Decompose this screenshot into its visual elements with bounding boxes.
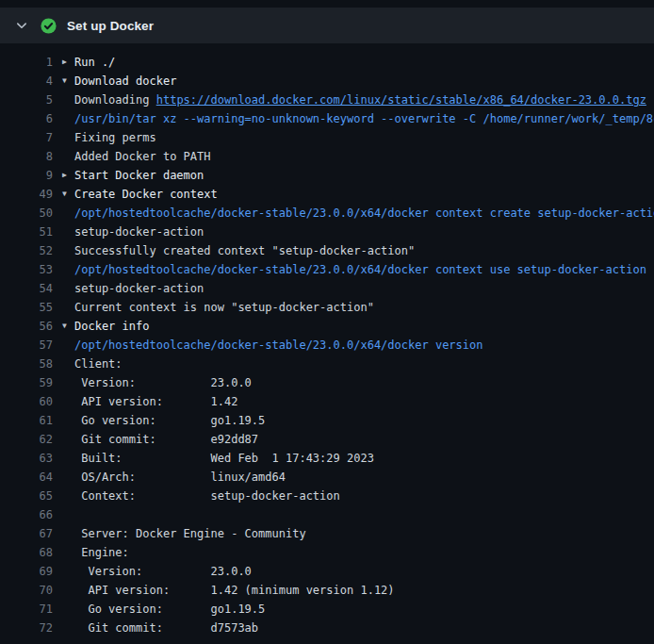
gutter-gap	[53, 260, 62, 279]
gutter-gap	[53, 562, 62, 581]
gutter-gap	[53, 430, 62, 449]
line-number[interactable]: 56	[0, 317, 53, 336]
log-text: setup-docker-action	[74, 223, 204, 241]
triangle-down-icon[interactable]: ▼	[62, 72, 74, 91]
line-number[interactable]: 1	[0, 53, 53, 72]
gutter-gap	[53, 581, 62, 600]
log-row: 65 Context: setup-docker-action	[0, 487, 654, 505]
log-text: Context: setup-docker-action	[74, 487, 340, 505]
gutter-gap	[53, 279, 62, 298]
log-group-row[interactable]: 4▼Download docker	[0, 72, 654, 91]
log-text: Create Docker context	[74, 185, 218, 204]
log-text: setup-docker-action	[74, 279, 204, 298]
marker-slot-empty	[62, 562, 74, 581]
line-number[interactable]: 64	[0, 468, 53, 487]
actions-log-panel: Set up Docker 1▶Run ./4▼Download docker5…	[0, 0, 654, 644]
gutter-gap	[53, 505, 62, 524]
log-row: 54setup-docker-action	[0, 279, 654, 298]
triangle-down-icon[interactable]: ▼	[62, 185, 74, 204]
gutter-gap	[53, 241, 62, 260]
line-number[interactable]: 9	[0, 166, 53, 185]
log-group-row[interactable]: 1▶Run ./	[0, 53, 654, 72]
triangle-right-icon[interactable]: ▶	[62, 53, 74, 72]
line-number[interactable]: 55	[0, 298, 53, 317]
gutter-gap	[53, 524, 62, 543]
line-number[interactable]: 49	[0, 185, 53, 204]
gutter-gap	[53, 411, 62, 430]
line-number[interactable]: 68	[0, 543, 53, 562]
log-row: 67 Server: Docker Engine - Community	[0, 524, 654, 543]
log-row: 52Successfully created context "setup-do…	[0, 241, 654, 260]
line-number[interactable]: 50	[0, 204, 53, 223]
log-text: Git commit: d7573ab	[74, 619, 258, 637]
line-number[interactable]: 53	[0, 260, 53, 279]
log-text: Start Docker daemon	[74, 166, 204, 185]
marker-slot-empty	[62, 298, 74, 317]
line-number[interactable]: 67	[0, 524, 53, 543]
marker-slot-empty	[62, 373, 74, 392]
line-number[interactable]: 8	[0, 147, 53, 166]
log-group-row[interactable]: 9▶Start Docker daemon	[0, 166, 654, 185]
chevron-down-icon[interactable]	[15, 19, 28, 32]
marker-slot-empty	[62, 543, 74, 562]
log-text: Server: Docker Engine - Community	[74, 524, 306, 543]
log-text: Engine:	[74, 543, 129, 562]
line-number[interactable]: 51	[0, 223, 53, 241]
log-row: 66	[0, 505, 654, 524]
marker-slot-empty	[62, 260, 74, 279]
gutter-gap	[53, 449, 62, 468]
gutter-gap	[53, 109, 62, 128]
line-number[interactable]: 54	[0, 279, 53, 298]
log-group-row[interactable]: 49▼Create Docker context	[0, 185, 654, 204]
marker-slot-empty	[62, 355, 74, 373]
gutter-gap	[53, 166, 62, 185]
log-command-text: /opt/hostedtoolcache/docker-stable/23.0.…	[74, 260, 646, 279]
line-number[interactable]: 4	[0, 72, 53, 91]
line-number[interactable]: 63	[0, 449, 53, 468]
step-header[interactable]: Set up Docker	[0, 8, 654, 43]
line-number[interactable]: 59	[0, 373, 53, 392]
gutter-gap	[53, 128, 62, 147]
line-number[interactable]: 72	[0, 619, 53, 637]
log-text: Current context is now "setup-docker-act…	[74, 298, 374, 317]
marker-slot-empty	[62, 279, 74, 298]
marker-slot-empty	[62, 392, 74, 411]
line-number[interactable]: 69	[0, 562, 53, 581]
marker-slot-empty	[62, 430, 74, 449]
marker-slot-empty	[62, 581, 74, 600]
log-text: Downloading	[74, 91, 156, 109]
gutter-gap	[53, 468, 62, 487]
marker-slot-empty	[62, 468, 74, 487]
line-number[interactable]: 52	[0, 241, 53, 260]
line-number[interactable]: 6	[0, 109, 53, 128]
line-number[interactable]: 58	[0, 355, 53, 373]
log-text: Docker info	[74, 317, 149, 336]
line-number[interactable]: 7	[0, 128, 53, 147]
log-link[interactable]: https://download.docker.com/linux/static…	[156, 91, 646, 109]
triangle-down-icon[interactable]: ▼	[62, 317, 74, 336]
line-number[interactable]: 70	[0, 581, 53, 600]
gutter-gap	[53, 53, 62, 72]
log-group-row[interactable]: 56▼Docker info	[0, 317, 654, 336]
log-row: 72 Git commit: d7573ab	[0, 619, 654, 637]
marker-slot-empty	[62, 524, 74, 543]
log-row: 60 API version: 1.42	[0, 392, 654, 411]
marker-slot-empty	[62, 128, 74, 147]
gutter-gap	[53, 373, 62, 392]
line-number[interactable]: 65	[0, 487, 53, 505]
marker-slot-empty	[62, 223, 74, 241]
log-row: 58Client:	[0, 355, 654, 373]
log-text: Git commit: e92dd87	[74, 430, 258, 449]
line-number[interactable]: 66	[0, 505, 53, 524]
line-number[interactable]: 60	[0, 392, 53, 411]
line-number[interactable]: 62	[0, 430, 53, 449]
log-row: 50/opt/hostedtoolcache/docker-stable/23.…	[0, 204, 654, 223]
line-number[interactable]: 71	[0, 600, 53, 619]
line-number[interactable]: 61	[0, 411, 53, 430]
line-number[interactable]: 5	[0, 91, 53, 109]
line-number[interactable]: 57	[0, 336, 53, 355]
log-command-text: /opt/hostedtoolcache/docker-stable/23.0.…	[74, 204, 654, 223]
triangle-right-icon[interactable]: ▶	[62, 166, 74, 185]
log-row: 71 Go version: go1.19.5	[0, 600, 654, 619]
marker-slot-empty	[62, 336, 74, 355]
